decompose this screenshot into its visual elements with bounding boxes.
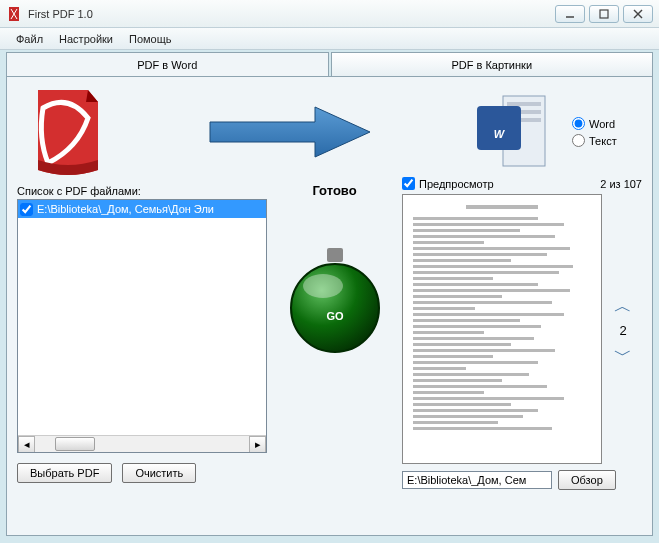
word-icon: W [473, 88, 551, 176]
output-format-group: Word Текст [562, 113, 642, 151]
preview-checkbox[interactable] [402, 177, 415, 190]
menu-settings[interactable]: Настройки [51, 31, 121, 47]
scroll-track[interactable] [35, 436, 249, 452]
file-item-checkbox[interactable] [20, 203, 33, 216]
status-text: Готово [312, 183, 356, 198]
window-title: First PDF 1.0 [28, 8, 551, 20]
select-pdf-button[interactable]: Выбрать PDF [17, 463, 112, 483]
preview-pane [402, 194, 602, 464]
go-button[interactable]: GO [285, 248, 385, 358]
scroll-left-arrow[interactable]: ◂ [18, 436, 35, 453]
maximize-button[interactable] [589, 5, 619, 23]
svg-rect-10 [327, 248, 343, 262]
arrow-icon [205, 102, 375, 162]
prev-page-arrow[interactable]: ︿ [614, 297, 632, 315]
title-bar: First PDF 1.0 [0, 0, 659, 28]
radio-text[interactable]: Текст [572, 134, 642, 147]
pdf-icon [28, 88, 106, 176]
file-list-item[interactable]: E:\Biblioteka\_Дом, Семья\Дон Эли [18, 200, 266, 218]
browse-button[interactable]: Обзор [558, 470, 616, 490]
output-path-field[interactable]: E:\Biblioteka\_Дом, Сем [402, 471, 552, 489]
preview-label-text: Предпросмотр [419, 178, 494, 190]
minimize-button[interactable] [555, 5, 585, 23]
svg-point-12 [303, 274, 343, 298]
radio-text-input[interactable] [572, 134, 585, 147]
radio-word-label: Word [589, 118, 615, 130]
svg-rect-1 [600, 10, 608, 18]
radio-text-label: Текст [589, 135, 617, 147]
scroll-right-arrow[interactable]: ▸ [249, 436, 266, 453]
current-page-number: 2 [619, 323, 626, 338]
horizontal-scrollbar[interactable]: ◂ ▸ [18, 435, 266, 452]
radio-word[interactable]: Word [572, 117, 642, 130]
svg-text:GO: GO [326, 310, 344, 322]
file-list[interactable]: E:\Biblioteka\_Дом, Семья\Дон Эли ◂ ▸ [17, 199, 267, 453]
close-button[interactable] [623, 5, 653, 23]
clear-button[interactable]: Очистить [122, 463, 196, 483]
menu-help[interactable]: Помощь [121, 31, 180, 47]
next-page-arrow[interactable]: ﹀ [614, 346, 632, 364]
tab-pdf-to-images[interactable]: PDF в Картинки [331, 52, 654, 76]
radio-word-input[interactable] [572, 117, 585, 130]
tab-strip: PDF в Word PDF в Картинки [6, 52, 653, 76]
page-counter: 2 из 107 [600, 178, 642, 190]
conversion-graphic-row: W Word Текст [17, 87, 642, 177]
tab-pdf-to-word[interactable]: PDF в Word [6, 52, 329, 76]
svg-text:W: W [494, 128, 506, 140]
menu-bar: Файл Настройки Помощь [0, 28, 659, 50]
preview-checkbox-label[interactable]: Предпросмотр [402, 177, 494, 190]
svg-rect-5 [507, 102, 541, 106]
scroll-thumb[interactable] [55, 437, 95, 451]
app-icon [6, 6, 22, 22]
file-list-label: Список с PDF файлами: [17, 185, 267, 197]
preview-page-nav: ︿ 2 ﹀ [614, 297, 632, 364]
menu-file[interactable]: Файл [8, 31, 51, 47]
file-item-path: E:\Biblioteka\_Дом, Семья\Дон Эли [37, 203, 214, 215]
content-panel: W Word Текст Список с PDF файлами: E:\Bi… [6, 76, 653, 536]
